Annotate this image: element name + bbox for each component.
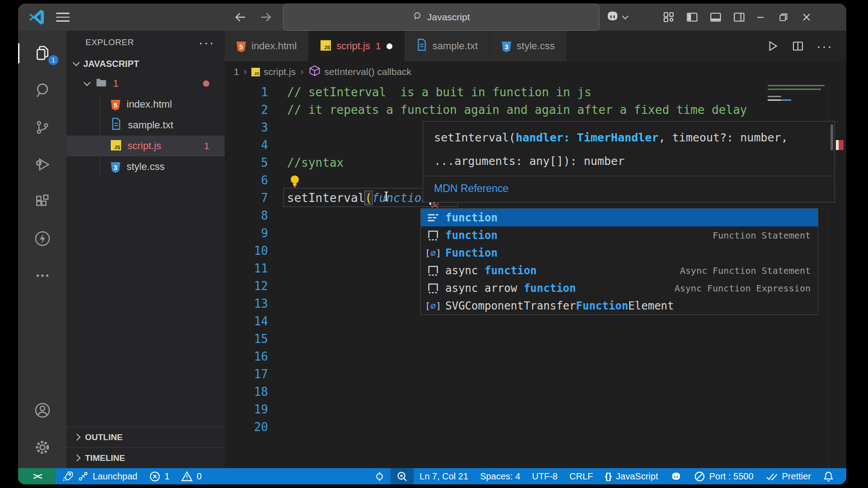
outline-label: OUTLINE — [85, 432, 123, 442]
menu-icon[interactable] — [55, 4, 71, 31]
run-code-icon[interactable] — [766, 39, 779, 53]
workspace-section[interactable]: JAVASCRIPT — [66, 54, 225, 73]
customize-layout-icon[interactable] — [662, 10, 675, 24]
status-encoding[interactable]: UTF-8 — [526, 468, 564, 484]
suggestion-detail: Async Function Statement — [680, 265, 811, 276]
explorer-sidebar: EXPLORER ··· JAVASCRIPT 1 5index.htmlsam… — [66, 31, 225, 468]
signature-token: , timeout?: number, — [659, 131, 788, 144]
split-editor-icon[interactable] — [791, 39, 805, 53]
file-name: script.js — [127, 140, 161, 152]
tooltip-scrollbar[interactable] — [830, 124, 833, 150]
status-launchpad[interactable]: Launchpad — [56, 468, 143, 484]
file-index.html[interactable]: 5index.html — [66, 94, 225, 115]
status-record-indicator[interactable] — [368, 468, 391, 484]
status-copilot-status[interactable] — [664, 468, 688, 484]
minimap[interactable] — [768, 85, 826, 103]
settings-gear-icon[interactable] — [18, 431, 66, 464]
toggle-secondary-sidebar-icon[interactable] — [732, 10, 746, 24]
code-token: function — [372, 191, 429, 205]
line-number: 4 — [225, 138, 268, 152]
forward-arrow-icon[interactable] — [259, 4, 273, 31]
status-live-server-port[interactable]: Port : 5500 — [688, 468, 760, 484]
code-line-16: 16 — [225, 347, 846, 365]
signature-line-1: setInterval(handler: TimerHandler, timeo… — [423, 122, 835, 152]
remote-indicator[interactable]: >< — [18, 468, 56, 484]
status-eol[interactable]: CRLF — [564, 468, 599, 484]
line-content: // it repeats a function again and again… — [287, 103, 747, 117]
breadcrumb-separator: › — [300, 66, 303, 78]
suggestion-item[interactable]: async arrow functionAsync Function Expre… — [421, 279, 818, 297]
signature-token: ...arguments: any[]): number — [434, 155, 624, 168]
modified-dot-icon — [387, 43, 392, 49]
line-number: 10 — [225, 244, 268, 258]
editor-more-actions-icon[interactable]: ··· — [816, 44, 833, 48]
file-script.js[interactable]: JSscript.js1 — [66, 136, 225, 156]
breadcrumb-item[interactable]: 1 — [234, 66, 239, 77]
restore-icon[interactable] — [778, 11, 789, 23]
line-number: 13 — [225, 297, 268, 310]
css-file-icon: 3 — [111, 161, 120, 173]
explorer-icon[interactable]: 1 — [18, 37, 66, 70]
code-token: setInterval — [287, 191, 365, 205]
suggestion-item[interactable]: [∅]Function — [421, 244, 818, 262]
line-number: 3 — [225, 121, 268, 134]
line-number: 18 — [225, 385, 268, 399]
copilot-icon — [605, 9, 620, 26]
workspace-name: JAVASCRIPT — [83, 59, 139, 69]
suggestion-item[interactable]: functionFunction Statement — [421, 226, 818, 244]
breadcrumb-item[interactable]: JSscript.js — [251, 66, 296, 77]
outline-section[interactable]: OUTLINE — [66, 427, 225, 447]
tab-index.html[interactable]: 5index.html — [225, 31, 309, 61]
extensions-icon[interactable] — [18, 185, 66, 218]
tab-style.css[interactable]: 3style.css — [490, 31, 567, 61]
status-indentation[interactable]: Spaces: 4 — [474, 468, 526, 484]
folder-row[interactable]: 1 — [66, 73, 225, 94]
thunder-client-icon[interactable] — [18, 222, 66, 255]
suggestion-item[interactable]: async functionAsync Function Statement — [421, 262, 818, 279]
layout-controls — [662, 4, 746, 31]
close-icon[interactable] — [800, 11, 813, 23]
line-number: 11 — [225, 262, 268, 275]
copilot-icon — [670, 470, 682, 483]
tab-script.js[interactable]: JSscript.js1 — [309, 31, 404, 61]
command-center-search[interactable]: Javascript — [283, 4, 599, 31]
status-notifications[interactable] — [817, 468, 840, 484]
search-value: Javascript — [427, 12, 470, 23]
status-language-mode[interactable]: {}JavaScript — [599, 468, 664, 484]
class-symbol-icon: [∅] — [426, 300, 440, 311]
suggestion-item[interactable]: function — [421, 209, 818, 226]
status-prettier[interactable]: Prettier — [760, 468, 817, 484]
file-name: sample.txt — [128, 119, 173, 131]
file-sample.txt[interactable]: sample.txt — [66, 115, 225, 136]
more-views-icon[interactable] — [18, 259, 66, 292]
source-control-icon[interactable] — [18, 111, 66, 144]
status-warnings[interactable]: 0 — [175, 468, 208, 484]
file-style.css[interactable]: 3style.css — [66, 156, 225, 177]
breadcrumb-item[interactable]: setInterval() callback — [308, 65, 412, 80]
status-zoom-indicator[interactable] — [391, 468, 414, 484]
bell-icon — [823, 471, 834, 482]
tab-sample.txt[interactable]: sample.txt — [405, 31, 490, 61]
run-debug-icon[interactable] — [18, 148, 66, 181]
status-cursor-position[interactable]: Ln 7, Col 21 — [414, 468, 474, 484]
copilot-menu[interactable] — [605, 4, 627, 31]
line-number: 14 — [225, 314, 268, 328]
minimize-icon[interactable] — [754, 11, 767, 23]
back-arrow-icon[interactable] — [233, 4, 248, 31]
timeline-section[interactable]: TIMELINE — [66, 447, 225, 468]
code-line-17: 17 — [225, 365, 846, 383]
toggle-panel-icon[interactable] — [709, 10, 722, 24]
warning-icon — [181, 471, 193, 482]
code-token: //syntax — [287, 156, 344, 169]
js-file-icon: JS — [111, 140, 121, 152]
code-editor[interactable]: I setInterval(handler: TimerHandler, tim… — [225, 82, 846, 468]
code-token: // setInterval is a buit in function in … — [287, 85, 591, 99]
toggle-sidebar-icon[interactable] — [685, 10, 699, 24]
mdn-reference-link[interactable]: MDN Reference — [434, 183, 509, 194]
suggestion-item[interactable]: [∅]SVGComponentTransferFunctionElement — [421, 297, 818, 314]
code-line-2: 2// it repeats a function again and agai… — [225, 101, 846, 118]
explorer-actions-icon[interactable]: ··· — [198, 40, 215, 45]
status-errors[interactable]: 1 — [143, 468, 175, 484]
accounts-icon[interactable] — [18, 394, 66, 427]
search-sidebar-icon[interactable] — [18, 74, 66, 107]
